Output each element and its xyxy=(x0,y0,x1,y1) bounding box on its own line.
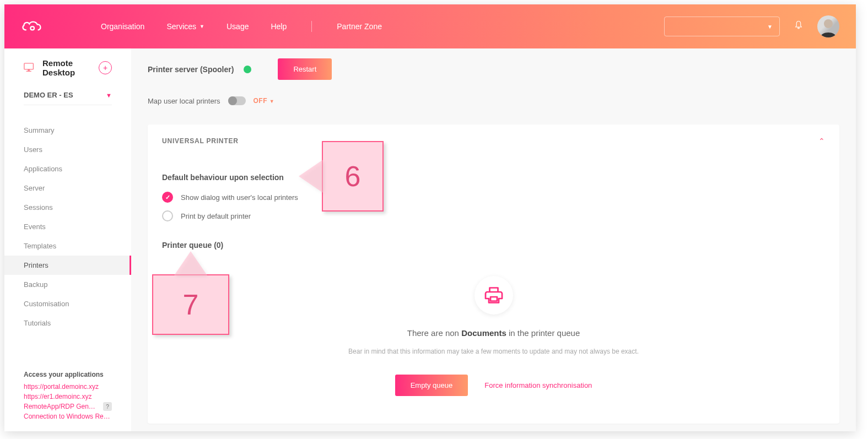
header: Organisation Services ▼ Usage Help Partn… xyxy=(4,4,856,48)
header-right: ▼ xyxy=(664,15,839,37)
chevron-up-icon: ⌃ xyxy=(818,137,825,145)
nav-usage[interactable]: Usage xyxy=(227,22,249,31)
notifications-button[interactable] xyxy=(794,20,804,32)
nav-help[interactable]: Help xyxy=(271,22,287,31)
sidebar-item-events[interactable]: Events xyxy=(4,217,131,236)
queue-note: Bear in mind that this information may t… xyxy=(162,348,825,355)
spooler-label: Printer server (Spooler) xyxy=(148,65,234,74)
nav-label: Help xyxy=(271,22,287,31)
sidebar-item-sessions[interactable]: Sessions xyxy=(4,198,131,217)
queue-empty-state: There are non Documents in the printer q… xyxy=(162,259,825,402)
sidebar: Remote Desktop + DEMO ER - ES ▼ Summary … xyxy=(4,48,131,431)
svg-point-0 xyxy=(824,19,833,28)
sidebar-item-applications[interactable]: Applications xyxy=(4,159,131,178)
access-link-remoteapp[interactable]: RemoteApp/RDP Generator xyxy=(24,402,99,411)
panel-header[interactable]: UNIVERSAL PRINTER ⌃ xyxy=(148,124,839,158)
sidebar-item-printers[interactable]: Printers xyxy=(4,256,131,275)
radio-unchecked-icon xyxy=(162,210,173,221)
radio-label: Print by default printer xyxy=(181,212,251,220)
svg-rect-2 xyxy=(28,69,30,71)
nav-partner-zone[interactable]: Partner Zone xyxy=(337,22,382,31)
avatar[interactable] xyxy=(817,15,839,37)
sidebar-item-server[interactable]: Server xyxy=(4,178,131,198)
nav-label: Services xyxy=(166,22,196,31)
caret-down-icon: ▼ xyxy=(767,24,773,30)
svg-rect-3 xyxy=(26,71,31,72)
dropdown-label: DEMO ER - ES xyxy=(24,91,73,99)
panel-body: Default behaviour upon selection Show di… xyxy=(148,158,839,424)
access-link-connection[interactable]: Connection to Windows Rem... xyxy=(24,411,112,421)
nav-divider xyxy=(311,21,312,32)
sidebar-title-row: Remote Desktop + xyxy=(4,58,131,77)
universal-printer-panel: UNIVERSAL PRINTER ⌃ Default behaviour up… xyxy=(148,124,839,424)
sidebar-item-customisation[interactable]: Customisation xyxy=(4,294,131,313)
sidebar-title: Remote Desktop xyxy=(42,58,99,77)
plus-icon: + xyxy=(103,63,107,72)
sidebar-item-users[interactable]: Users xyxy=(4,140,131,159)
queue-actions: Empty queue Force information synchronis… xyxy=(162,375,825,396)
desktop-icon xyxy=(24,63,36,73)
sidebar-environment-dropdown[interactable]: DEMO ER - ES ▼ xyxy=(24,91,112,105)
spooler-row: Printer server (Spooler) Restart xyxy=(148,58,839,80)
radio-label: Show dialog with user's local printers xyxy=(181,193,298,202)
map-printers-row: Map user local printers OFF ▼ xyxy=(148,96,839,105)
nav-services[interactable]: Services ▼ xyxy=(166,22,204,31)
svg-rect-1 xyxy=(24,63,33,69)
radio-checked-icon xyxy=(162,192,173,203)
radio-show-dialog[interactable]: Show dialog with user's local printers xyxy=(162,192,825,203)
queue-message: There are non Documents in the printer q… xyxy=(162,328,825,338)
toggle-state: OFF ▼ xyxy=(254,97,275,105)
access-title: Access your applications xyxy=(24,371,112,378)
caret-down-icon: ▼ xyxy=(106,92,112,99)
panel-title: UNIVERSAL PRINTER xyxy=(162,137,239,145)
sidebar-nav: Summary Users Applications Server Sessio… xyxy=(4,121,131,333)
restart-button[interactable]: Restart xyxy=(278,58,332,80)
caret-down-icon: ▼ xyxy=(200,24,204,29)
nav-organisation[interactable]: Organisation xyxy=(101,22,144,31)
printer-icon xyxy=(484,285,504,305)
sidebar-access: Access your applications https://portal.… xyxy=(4,371,131,421)
add-button[interactable]: + xyxy=(99,61,112,74)
bell-icon xyxy=(794,20,804,30)
main-content: Printer server (Spooler) Restart Map use… xyxy=(131,48,856,431)
sidebar-item-summary[interactable]: Summary xyxy=(4,121,131,140)
nav-label: Usage xyxy=(227,22,249,31)
map-toggle[interactable] xyxy=(228,96,246,105)
force-sync-link[interactable]: Force information synchronisation xyxy=(484,381,592,389)
access-link-portal[interactable]: https://portal.demoinc.xyz xyxy=(24,382,112,392)
logo-icon xyxy=(21,18,46,35)
nav-label: Partner Zone xyxy=(337,22,382,31)
status-dot-icon xyxy=(244,66,251,73)
empty-queue-button[interactable]: Empty queue xyxy=(395,375,468,396)
help-icon[interactable]: ? xyxy=(103,402,112,411)
behaviour-title: Default behaviour upon selection xyxy=(162,173,825,182)
sidebar-item-backup[interactable]: Backup xyxy=(4,275,131,294)
access-link-er1[interactable]: https://er1.demoinc.xyz xyxy=(24,392,112,402)
sidebar-item-tutorials[interactable]: Tutorials xyxy=(4,313,131,333)
map-label: Map user local printers xyxy=(148,97,220,105)
queue-title: Printer queue (0) xyxy=(162,241,825,250)
nav: Organisation Services ▼ Usage Help Partn… xyxy=(101,21,382,32)
search-dropdown[interactable]: ▼ xyxy=(664,17,780,36)
radio-default-printer[interactable]: Print by default printer xyxy=(162,210,825,221)
nav-label: Organisation xyxy=(101,22,144,31)
printer-icon-wrap xyxy=(475,276,513,315)
sidebar-item-templates[interactable]: Templates xyxy=(4,236,131,256)
